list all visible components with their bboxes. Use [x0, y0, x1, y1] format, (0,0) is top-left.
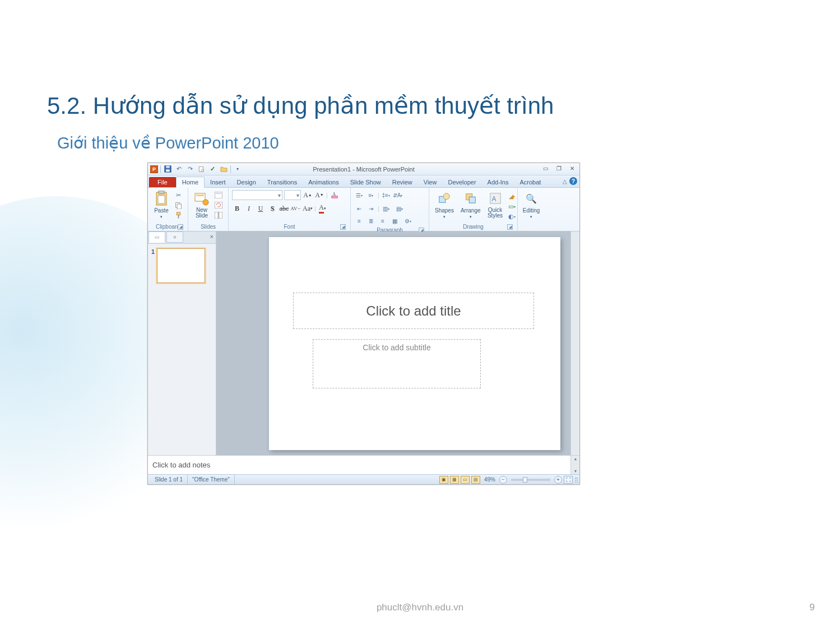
save-icon[interactable] [163, 165, 172, 174]
title-placeholder[interactable]: Click to add title [293, 293, 534, 329]
format-painter-icon[interactable] [174, 211, 183, 220]
chevron-down-icon: ▾ [530, 215, 532, 219]
normal-view-icon[interactable]: ▣ [439, 476, 448, 484]
fit-to-window-icon[interactable]: ⛶ [564, 476, 573, 484]
bullets-icon[interactable]: ☰▾ [354, 190, 364, 200]
decrease-indent-icon[interactable]: ⇤ [354, 203, 364, 214]
font-color-icon[interactable]: A▾ [318, 203, 328, 214]
slides-tab-icon[interactable]: ▭ [148, 231, 165, 243]
numbering-icon[interactable]: ≡▾ [366, 190, 376, 200]
align-right-icon[interactable]: ≡ [378, 216, 388, 226]
tab-slideshow[interactable]: Slide Show [345, 177, 387, 187]
increase-indent-icon[interactable]: ⇥ [366, 203, 376, 214]
shape-fill-icon[interactable]: ◢▾ [508, 192, 517, 201]
footer-email: phuclt@hvnh.edu.vn [377, 602, 463, 613]
zoom-out-icon[interactable]: − [499, 476, 507, 484]
ribbon-group-clipboard: Paste ▾ ✂ Clipboard ◢ [148, 188, 188, 231]
dialog-launcher-icon[interactable]: ◢ [340, 224, 346, 230]
chevron-down-icon: ▾ [160, 215, 163, 219]
ribbon-group-label: Clipboard ◢ [151, 223, 184, 231]
shadow-button[interactable]: S [267, 203, 277, 214]
paste-button[interactable]: Paste ▾ [151, 189, 171, 220]
maximize-icon[interactable]: ❐ [554, 164, 564, 172]
minimize-icon[interactable]: ▭ [540, 164, 550, 172]
tab-transitions[interactable]: Transitions [262, 177, 303, 187]
shape-outline-icon[interactable]: ▭▾ [508, 202, 517, 211]
undo-icon[interactable]: ↶ [174, 165, 183, 174]
status-slide-count: Slide 1 of 1 [150, 475, 188, 484]
outline-tab-icon[interactable]: ≡ [166, 231, 183, 243]
change-case-icon[interactable]: Aa▾ [303, 203, 313, 214]
shape-effects-icon[interactable]: ◐▾ [508, 212, 517, 221]
spellcheck-icon[interactable]: ✓ [208, 165, 217, 174]
shrink-font-icon[interactable]: A▼ [314, 190, 324, 200]
cut-icon[interactable]: ✂ [174, 191, 183, 200]
tab-home[interactable]: Home [176, 177, 205, 188]
font-family-combo[interactable]: ▾ [232, 190, 282, 200]
page-title: 5.2. Hướng dẫn sử dụng phần mềm thuyết t… [47, 92, 554, 119]
help-icon[interactable]: ? [569, 177, 577, 185]
close-panel-icon[interactable]: × [210, 233, 214, 240]
dialog-launcher-icon[interactable]: ◢ [507, 224, 513, 230]
quick-styles-button[interactable]: A Quick Styles [485, 189, 505, 220]
tab-acrobat[interactable]: Acrobat [514, 177, 547, 187]
font-size-combo[interactable]: ▾ [284, 190, 301, 200]
smartart-icon[interactable]: ⚙▾ [403, 216, 413, 226]
tab-animations[interactable]: Animations [303, 177, 344, 187]
svg-rect-7 [158, 196, 165, 203]
reading-view-icon[interactable]: ▭ [461, 476, 470, 484]
layout-icon[interactable] [214, 191, 223, 200]
new-slide-button[interactable]: New Slide [192, 189, 212, 220]
resize-grip-icon[interactable]: ⣿ [574, 476, 577, 483]
align-center-icon[interactable]: ≣ [366, 216, 376, 226]
ribbon-group-paragraph: ☰▾ ≡▾ | ‡≡▾ ⇵A▾ ⇤ ⇥ | ▥▾ ▤▾ ≡ ≣ ≡ [351, 188, 429, 231]
tab-file[interactable]: File [149, 177, 176, 187]
justify-icon[interactable]: ▦ [389, 216, 400, 226]
qat-customize-icon[interactable]: ▾ [233, 165, 242, 174]
slideshow-view-icon[interactable]: ▤ [471, 476, 480, 484]
tab-review[interactable]: Review [387, 177, 418, 187]
chevron-down-icon: ▾ [443, 215, 445, 219]
minimize-ribbon-icon[interactable]: △ [563, 178, 567, 184]
char-spacing-icon[interactable]: AV↔ [291, 203, 301, 214]
align-left-icon[interactable]: ≡ [354, 216, 364, 226]
text-direction-icon[interactable]: ⇵A▾ [393, 190, 403, 200]
notes-scrollbar[interactable]: ▴▾ [570, 456, 579, 474]
print-preview-icon[interactable] [197, 165, 206, 174]
tab-developer[interactable]: Developer [442, 177, 481, 187]
dialog-launcher-icon[interactable]: ◢ [178, 224, 183, 230]
open-icon[interactable] [219, 165, 228, 174]
align-text-icon[interactable]: ▤▾ [395, 203, 405, 214]
shapes-button[interactable]: Shapes ▾ [433, 189, 456, 220]
columns-icon[interactable]: ▥▾ [381, 203, 391, 214]
line-spacing-icon[interactable]: ‡≡▾ [381, 190, 391, 200]
qat-separator [230, 165, 231, 173]
grow-font-icon[interactable]: A▲ [303, 190, 313, 200]
arrange-button[interactable]: Arrange ▾ [458, 189, 483, 220]
tab-addins[interactable]: Add-Ins [482, 177, 514, 187]
italic-button[interactable]: I [244, 203, 254, 214]
strikethrough-button[interactable]: abc [279, 203, 289, 214]
bold-button[interactable]: B [232, 203, 242, 214]
ribbon-group-label [521, 223, 541, 231]
notes-pane[interactable]: Click to add notes ▴▾ [148, 455, 579, 474]
slide-canvas[interactable]: Click to add title Click to add subtitle [269, 237, 560, 450]
tab-design[interactable]: Design [231, 177, 262, 187]
reset-icon[interactable] [214, 201, 223, 210]
tab-view[interactable]: View [418, 177, 443, 187]
slide-thumbnail[interactable] [157, 248, 205, 283]
clear-format-icon[interactable]: A [329, 190, 340, 200]
redo-icon[interactable]: ↷ [185, 165, 194, 174]
copy-icon[interactable] [174, 201, 183, 210]
quick-styles-label: Quick Styles [488, 207, 503, 219]
tab-insert[interactable]: Insert [205, 177, 231, 187]
zoom-slider[interactable] [511, 479, 550, 481]
close-icon[interactable]: ✕ [567, 164, 577, 172]
subtitle-placeholder[interactable]: Click to add subtitle [313, 339, 481, 388]
zoom-in-icon[interactable]: + [554, 476, 562, 484]
slide-sorter-icon[interactable]: ▦ [450, 476, 459, 484]
vertical-scrollbar[interactable] [570, 231, 579, 455]
underline-button[interactable]: U [256, 203, 266, 214]
section-icon[interactable] [214, 211, 223, 220]
editing-button[interactable]: 🔍 Editing ▾ [521, 189, 542, 220]
